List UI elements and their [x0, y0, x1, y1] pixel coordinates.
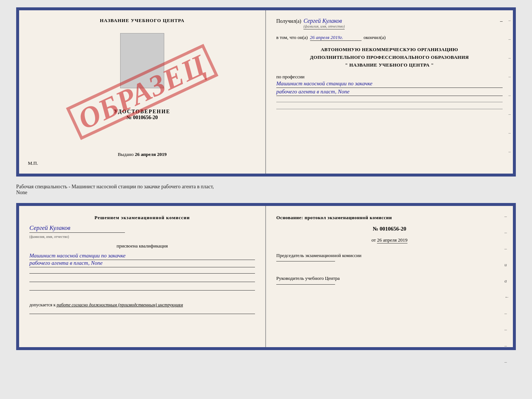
ot-date: 26 апреля 2019 — [377, 237, 407, 243]
vydano-date: 26 апреля 2019 — [135, 152, 167, 157]
top-doc-left: НАЗВАНИЕ УЧЕБНОГО ЦЕНТРА УДОСТОВЕРЕНИЕ №… — [19, 10, 266, 174]
vydano-label: Выдано — [118, 152, 133, 157]
ot-label: от — [371, 237, 376, 243]
vtom-line: в том, что он(а) 26 апреля 2019г. окончи… — [276, 35, 503, 41]
underline4 — [29, 314, 255, 314]
udost-number: № 0010656-20 — [114, 115, 170, 121]
udost-label: УДОСТОВЕРЕНИЕ — [114, 109, 170, 115]
qual-line1: Машинист насосной станции по закачке — [29, 253, 255, 260]
profession-line2: рабочего агента в пласт, None — [276, 89, 503, 96]
udost-block: УДОСТОВЕРЕНИЕ № 0010656-20 — [114, 109, 170, 121]
org-name-line: " НАЗВАНИЕ УЧЕБНОГО ЦЕНТРА " — [276, 61, 503, 69]
doc-separator-line2 — [276, 109, 503, 109]
bottom-document: Решением экзаменационной комиссии Сергей… — [16, 203, 516, 350]
po-professii-block: по профессии Машинист насосной станции п… — [276, 74, 503, 96]
vtom-date: 26 апреля 2019г. — [310, 35, 362, 41]
osnov-label: Основание: протокол экзаменационной коми… — [276, 215, 503, 221]
bottom-fio-hint: (фамилия, имя, отчество) — [29, 235, 69, 239]
bottom-name-block: Сергей Кулаков (фамилия, имя, отчество) — [29, 224, 255, 239]
rukovoditel-block: Руководитель учебного Центра — [276, 274, 503, 286]
underline2 — [29, 282, 255, 282]
separator-text: Рабочая специальность - Машинист насосно… — [16, 182, 516, 197]
doc-separator-line — [276, 102, 503, 102]
org-line2: ДОПОЛНИТЕЛЬНОГО ПРОФЕССИОНАЛЬНОГО ОБРАЗО… — [276, 54, 503, 61]
predsedatel-block: Председатель экзаменационной комиссии — [276, 251, 503, 263]
resolution-title: Решением экзаменационной комиссии — [29, 215, 255, 221]
bottom-doc-left: Решением экзаменационной комиссии Сергей… — [19, 206, 266, 347]
bottom-name: Сергей Кулаков — [29, 224, 125, 233]
sign-line-rukovoditel — [276, 284, 335, 285]
rukovoditel-label: Руководитель учебного Центра — [276, 274, 503, 282]
center-title: НАЗВАНИЕ УЧЕБНОГО ЦЕНТРА — [100, 18, 185, 24]
okonchil-label: окончил(а) — [364, 35, 386, 40]
dopuskaetsya-val: работе согласно должностным (производств… — [57, 302, 183, 307]
dopuskaetsya-block: допускается к работе согласно должностны… — [29, 302, 255, 308]
mp-line: М.П. — [28, 160, 38, 166]
poluchil-line: Получил(а) Сергей Кулаков (фамилия, имя,… — [276, 18, 503, 29]
underline1 — [29, 273, 255, 274]
top-document: НАЗВАНИЕ УЧЕБНОГО ЦЕНТРА УДОСТОВЕРЕНИЕ №… — [16, 7, 516, 177]
decorative-dashes-top: – – – – – – – – — [508, 18, 511, 154]
protocol-number-block: № 0010656-20 — [276, 226, 503, 232]
predsedatel-label: Председатель экзаменационной комиссии — [276, 251, 503, 260]
sign-line-predsedatel — [276, 261, 335, 261]
poluchil-name: Сергей Кулаков (фамилия, имя, отчество) — [303, 18, 345, 29]
po-professii-label: по профессии — [276, 74, 503, 80]
decorative-dashes-right: – – – и а ← – – – – — [504, 213, 509, 365]
vtom-label: в том, что он(а) — [276, 35, 308, 40]
org-block: АВТОНОМНУЮ НЕКОММЕРЧЕСКУЮ ОРГАНИЗАЦИЮ ДО… — [276, 46, 503, 69]
dopuskaetsya-label: допускается к — [29, 302, 55, 307]
qual-block: Машинист насосной станции по закачке раб… — [29, 253, 255, 267]
org-line1: АВТОНОМНУЮ НЕКОММЕРЧЕСКУЮ ОРГАНИЗАЦИЮ — [276, 46, 503, 54]
photo-placeholder — [120, 33, 164, 88]
ot-line: от 26 апреля 2019 — [276, 237, 503, 243]
top-doc-right: – – – – – – – – Получил(а) Сергей Кулако… — [266, 10, 513, 174]
vydano-line: Выдано 26 апреля 2019 — [118, 144, 166, 157]
prisvoena-label: присвоена квалификация — [29, 243, 255, 249]
underline3 — [29, 290, 255, 291]
bottom-doc-right: Основание: протокол экзаменационной коми… — [266, 206, 513, 347]
poluchil-label: Получил(а) — [276, 18, 301, 24]
qual-line2: рабочего агента в пласт, None — [29, 260, 255, 267]
profession-line1: Машинист насосной станции по закачке — [276, 81, 503, 88]
